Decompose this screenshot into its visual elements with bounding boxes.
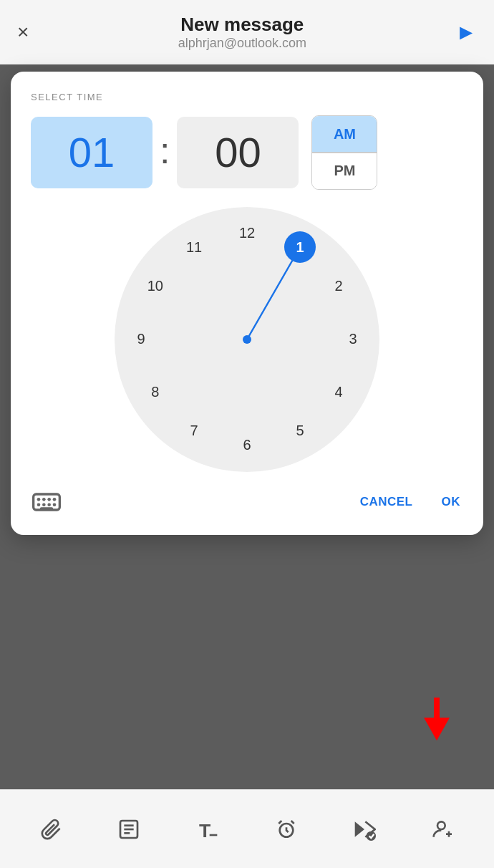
ampm-selector: AM PM: [311, 115, 377, 190]
schedule-send-icon-button[interactable]: [346, 811, 383, 848]
keyboard-icon-button[interactable]: [31, 486, 62, 518]
svg-point-21: [367, 831, 376, 840]
clock-container: 121234567891011: [31, 207, 463, 472]
time-colon: :: [160, 132, 170, 169]
dialog-bottom: CANCEL OK: [31, 486, 463, 518]
alarm-icon-button[interactable]: [268, 811, 305, 848]
select-time-label: SELECT TIME: [31, 92, 463, 102]
clock-number-12[interactable]: 12: [231, 218, 263, 249]
am-button[interactable]: AM: [312, 116, 377, 152]
cancel-button[interactable]: CANCEL: [357, 489, 416, 515]
clock-number-2[interactable]: 2: [323, 271, 354, 302]
clock-number-1[interactable]: 1: [284, 231, 316, 263]
add-contact-icon-button[interactable]: [425, 811, 462, 848]
text-format-icon: T: [196, 818, 219, 841]
clock-number-4[interactable]: 4: [323, 377, 354, 408]
page-title: New message: [180, 14, 304, 36]
text-format-icon-button[interactable]: T: [189, 811, 226, 848]
bottom-toolbar: T: [0, 789, 494, 868]
ok-button[interactable]: OK: [439, 489, 464, 515]
pm-button[interactable]: PM: [312, 153, 377, 189]
svg-text:T: T: [199, 819, 210, 840]
top-bar: × New message alphrjan@outlook.com ►: [0, 0, 494, 64]
minute-display[interactable]: 00: [177, 117, 299, 188]
clock-number-11[interactable]: 11: [178, 231, 210, 263]
clock-number-3[interactable]: 3: [337, 324, 369, 355]
svg-point-1: [243, 335, 251, 344]
recipient-email: alphrjan@outlook.com: [178, 36, 306, 51]
hour-display[interactable]: 01: [31, 117, 152, 188]
svg-line-19: [279, 821, 281, 824]
schedule-send-icon: [353, 818, 376, 841]
modal-backdrop: SELECT TIME 01 : 00 AM PM: [0, 64, 494, 789]
attachment-icon-button[interactable]: [32, 811, 69, 848]
dialog-actions: CANCEL OK: [357, 489, 463, 515]
keyboard-icon: [31, 486, 62, 518]
clock-number-6[interactable]: 6: [231, 430, 263, 461]
clock-number-9[interactable]: 9: [125, 324, 157, 355]
svg-line-20: [291, 821, 294, 824]
clock-number-5[interactable]: 5: [284, 415, 316, 447]
add-contact-icon: [432, 818, 455, 841]
time-picker-dialog: SELECT TIME 01 : 00 AM PM: [11, 72, 483, 535]
send-button[interactable]: ►: [455, 20, 477, 44]
clock-number-8[interactable]: 8: [140, 377, 171, 408]
svg-point-22: [437, 821, 445, 829]
alarm-icon: [275, 818, 298, 841]
arrow-head: [424, 718, 450, 741]
arrow-stem: [434, 698, 440, 718]
header-center: New message alphrjan@outlook.com: [178, 14, 306, 51]
clock-number-7[interactable]: 7: [178, 415, 210, 447]
attachment-icon: [39, 818, 62, 841]
compose-icon-button[interactable]: [110, 811, 147, 848]
arrow-annotation: [424, 698, 450, 741]
close-button[interactable]: ×: [17, 21, 29, 44]
clock-face[interactable]: 121234567891011: [115, 207, 379, 472]
time-display-row: 01 : 00 AM PM: [31, 115, 463, 190]
compose-icon: [117, 818, 140, 841]
clock-number-10[interactable]: 10: [140, 271, 171, 302]
